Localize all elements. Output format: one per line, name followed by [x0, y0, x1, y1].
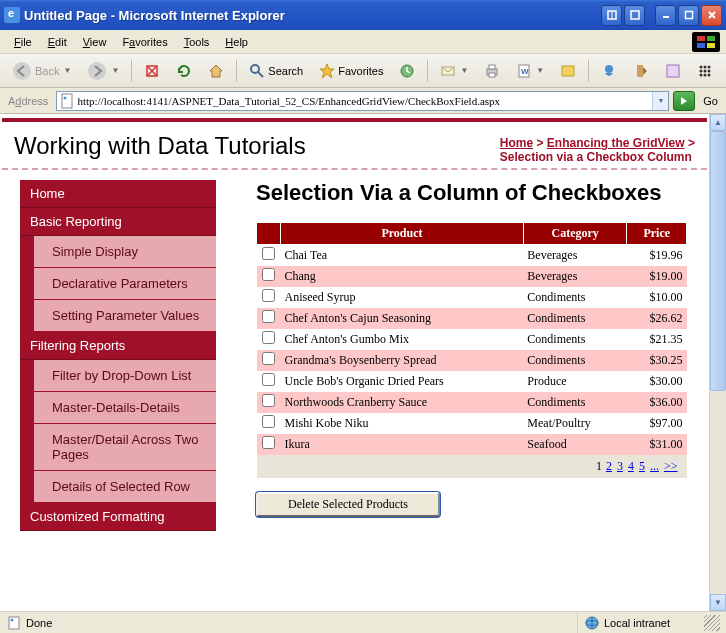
print-button[interactable] — [478, 59, 506, 83]
nav-setting-parameter[interactable]: Setting Parameter Values — [20, 300, 216, 332]
menu-view[interactable]: View — [75, 34, 115, 50]
extra-button[interactable] — [691, 59, 719, 83]
row-checkbox[interactable] — [262, 436, 275, 449]
cell-price: $97.00 — [627, 413, 687, 434]
svg-point-29 — [704, 65, 707, 68]
row-checkbox[interactable] — [262, 268, 275, 281]
stop-button[interactable] — [138, 59, 166, 83]
row-checkbox[interactable] — [262, 331, 275, 344]
pager-last[interactable]: >> — [663, 459, 679, 473]
pager-dots[interactable]: ... — [649, 459, 660, 473]
top-accent-bar — [2, 118, 707, 122]
nav-simple-display[interactable]: Simple Display — [20, 236, 216, 268]
nav-declarative-parameters[interactable]: Declarative Parameters — [20, 268, 216, 300]
address-input-wrap[interactable]: ▾ — [56, 91, 669, 111]
cell-category: Condiments — [523, 308, 627, 329]
row-checkbox[interactable] — [262, 289, 275, 302]
home-button[interactable] — [202, 59, 230, 83]
menu-favorites[interactable]: Favorites — [114, 34, 175, 50]
cell-price: $30.00 — [627, 371, 687, 392]
cell-price: $36.00 — [627, 392, 687, 413]
menu-edit[interactable]: Edit — [40, 34, 75, 50]
breadcrumb: Home > Enhancing the GridView > Selectio… — [500, 136, 695, 164]
svg-point-26 — [605, 65, 613, 73]
nav-home[interactable]: Home — [20, 180, 216, 208]
chevron-down-icon: ▼ — [63, 66, 71, 75]
cell-product: Ikura — [281, 434, 524, 455]
pager-5[interactable]: 5 — [638, 459, 646, 473]
window-minimize-button[interactable] — [655, 5, 676, 26]
cell-product: Chang — [281, 266, 524, 287]
svg-rect-21 — [489, 65, 495, 69]
intranet-icon — [584, 615, 600, 631]
chevron-down-icon: ▼ — [460, 66, 468, 75]
row-checkbox[interactable] — [262, 352, 275, 365]
favorites-button[interactable]: Favorites — [313, 59, 389, 83]
research-button[interactable] — [627, 59, 655, 83]
messenger-button[interactable] — [595, 59, 623, 83]
menu-file[interactable]: File — [6, 34, 40, 50]
window-maximize-button[interactable] — [678, 5, 699, 26]
security-zone: Local intranet — [577, 612, 700, 633]
window-restore-left-button[interactable] — [601, 5, 622, 26]
window-title: Untitled Page - Microsoft Internet Explo… — [24, 8, 601, 23]
page-heading: Selection Via a Column of Checkboxes — [256, 180, 687, 206]
window-close-button[interactable] — [701, 5, 722, 26]
nav-filter-ddl[interactable]: Filter by Drop-Down List — [20, 360, 216, 392]
row-checkbox[interactable] — [262, 247, 275, 260]
pager-2[interactable]: 2 — [605, 459, 613, 473]
cell-category: Produce — [523, 371, 627, 392]
nav-details-selected[interactable]: Details of Selected Row — [20, 471, 216, 503]
history-button[interactable] — [393, 59, 421, 83]
nav-customized-formatting[interactable]: Customized Formatting — [20, 503, 216, 531]
breadcrumb-section[interactable]: Enhancing the GridView — [547, 136, 685, 150]
mail-button[interactable]: ▼ — [434, 59, 474, 83]
pager-3[interactable]: 3 — [616, 459, 624, 473]
row-checkbox[interactable] — [262, 373, 275, 386]
col-price: Price — [627, 223, 687, 245]
resize-grip[interactable] — [704, 615, 720, 631]
scroll-thumb[interactable] — [710, 131, 726, 391]
menu-tools[interactable]: Tools — [176, 34, 218, 50]
search-button[interactable]: Search — [243, 59, 309, 83]
page-icon — [59, 93, 75, 109]
products-grid: Product Category Price Chai TeaBeverages… — [256, 222, 687, 478]
row-checkbox[interactable] — [262, 394, 275, 407]
menu-help[interactable]: Help — [217, 34, 256, 50]
nav-basic-reporting[interactable]: Basic Reporting — [20, 208, 216, 236]
vertical-scrollbar[interactable]: ▲ ▼ — [709, 114, 726, 611]
row-checkbox[interactable] — [262, 415, 275, 428]
svg-point-31 — [700, 69, 703, 72]
nav-master-details[interactable]: Master-Details-Details — [20, 392, 216, 424]
go-label: Go — [699, 95, 722, 107]
address-input[interactable] — [77, 93, 652, 109]
nav-filtering-reports[interactable]: Filtering Reports — [20, 332, 216, 360]
onenote-button[interactable] — [659, 59, 687, 83]
cell-price: $30.25 — [627, 350, 687, 371]
row-checkbox[interactable] — [262, 310, 275, 323]
breadcrumb-home[interactable]: Home — [500, 136, 533, 150]
cell-product: Aniseed Syrup — [281, 287, 524, 308]
forward-button[interactable]: ▼ — [81, 57, 125, 85]
nav-master-two-pages[interactable]: Master/Detail Across Two Pages — [20, 424, 216, 471]
col-product: Product — [281, 223, 524, 245]
cell-category: Beverages — [523, 266, 627, 287]
window-restore-right-button[interactable] — [624, 5, 645, 26]
edit-button[interactable]: W▼ — [510, 59, 550, 83]
refresh-button[interactable] — [170, 59, 198, 83]
pager-4[interactable]: 4 — [627, 459, 635, 473]
col-category: Category — [523, 223, 627, 245]
scroll-up-button[interactable]: ▲ — [710, 114, 726, 131]
cell-category: Beverages — [523, 245, 627, 267]
back-button[interactable]: Back ▼ — [6, 57, 77, 85]
cell-category: Condiments — [523, 392, 627, 413]
address-dropdown[interactable]: ▾ — [652, 92, 668, 110]
cell-product: Northwoods Cranberry Sauce — [281, 392, 524, 413]
go-button[interactable] — [673, 91, 695, 111]
cell-price: $31.00 — [627, 434, 687, 455]
discuss-button[interactable] — [554, 59, 582, 83]
cell-product: Chai Tea — [281, 245, 524, 267]
left-nav: Home Basic Reporting Simple Display Decl… — [20, 180, 216, 531]
scroll-down-button[interactable]: ▼ — [710, 594, 726, 611]
delete-selected-button[interactable]: Delete Selected Products — [256, 492, 440, 517]
